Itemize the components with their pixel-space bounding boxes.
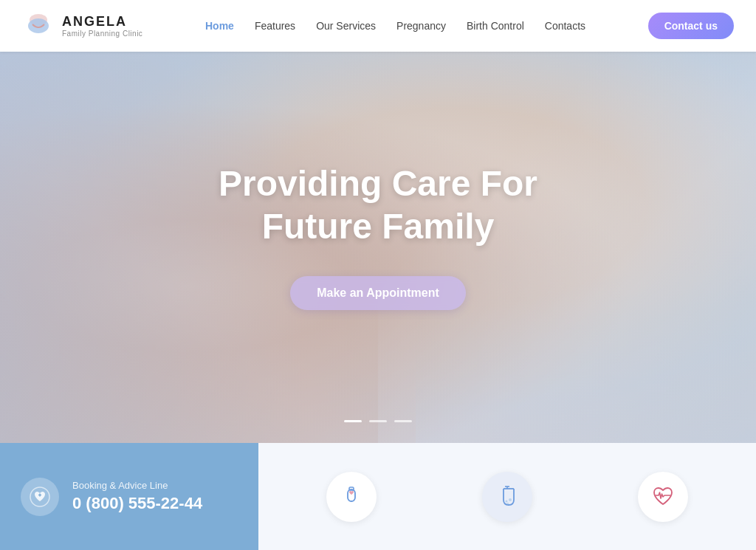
- appointment-button[interactable]: Make an Appointment: [290, 276, 466, 310]
- hero-carousel-dots: [344, 420, 412, 422]
- svg-point-9: [509, 498, 512, 501]
- contact-label: Booking & Advice Line: [72, 480, 202, 491]
- nav-item-pregnancy[interactable]: Pregnancy: [396, 20, 446, 32]
- bottom-services-row: [258, 443, 756, 550]
- svg-rect-6: [349, 487, 354, 490]
- contact-us-button[interactable]: Contact us: [648, 13, 734, 39]
- service-icon-cardio-circle: [638, 472, 688, 522]
- svg-point-8: [505, 500, 507, 502]
- nav-item-our-services[interactable]: Our Services: [316, 20, 376, 32]
- logo: ANGELA Family Planning Clinic: [22, 10, 142, 42]
- hero-title: Providing Care For Future Family: [219, 162, 537, 247]
- carousel-dot-2[interactable]: [369, 420, 387, 422]
- logo-icon: [22, 10, 55, 42]
- service-item-lab[interactable]: [482, 472, 532, 522]
- logo-name: ANGELA: [62, 14, 142, 30]
- carousel-dot-3[interactable]: [394, 420, 412, 422]
- svg-rect-5: [348, 489, 355, 501]
- lab-test-icon: [494, 484, 520, 510]
- logo-subtitle: Family Planning Clinic: [62, 30, 142, 38]
- header: ANGELA Family Planning Clinic Home Featu…: [0, 0, 756, 52]
- pregnancy-icon: [338, 484, 365, 510]
- svg-point-10: [507, 502, 509, 503]
- svg-point-1: [28, 18, 49, 33]
- contact-icon-circle: [21, 478, 59, 516]
- service-item-pregnancy[interactable]: [326, 472, 377, 522]
- nav-item-birth-control[interactable]: Birth Control: [467, 20, 524, 32]
- hero-title-line2: Future Family: [262, 207, 495, 246]
- hero-content: Providing Care For Future Family Make an…: [0, 52, 756, 443]
- main-nav: Home Features Our Services Pregnancy Bir…: [205, 20, 585, 32]
- contact-phone: 0 (800) 555-22-44: [72, 494, 202, 513]
- nav-item-contacts[interactable]: Contacts: [545, 20, 585, 32]
- contact-text: Booking & Advice Line 0 (800) 555-22-44: [72, 480, 202, 513]
- contact-info-bar: Booking & Advice Line 0 (800) 555-22-44: [0, 443, 258, 550]
- hero-section: Providing Care For Future Family Make an…: [0, 52, 756, 443]
- medical-phone-icon: [30, 487, 50, 507]
- service-icon-lab-circle: [482, 472, 532, 522]
- nav-item-home[interactable]: Home: [205, 20, 234, 32]
- carousel-dot-1[interactable]: [344, 420, 362, 422]
- bottom-bar: Booking & Advice Line 0 (800) 555-22-44: [0, 443, 756, 550]
- heartrate-icon: [650, 484, 676, 510]
- hero-title-line1: Providing Care For: [219, 164, 537, 203]
- service-icon-pregnancy-circle: [326, 472, 377, 522]
- logo-text: ANGELA Family Planning Clinic: [62, 14, 142, 38]
- service-item-cardio[interactable]: [638, 472, 688, 522]
- nav-item-features[interactable]: Features: [255, 20, 295, 32]
